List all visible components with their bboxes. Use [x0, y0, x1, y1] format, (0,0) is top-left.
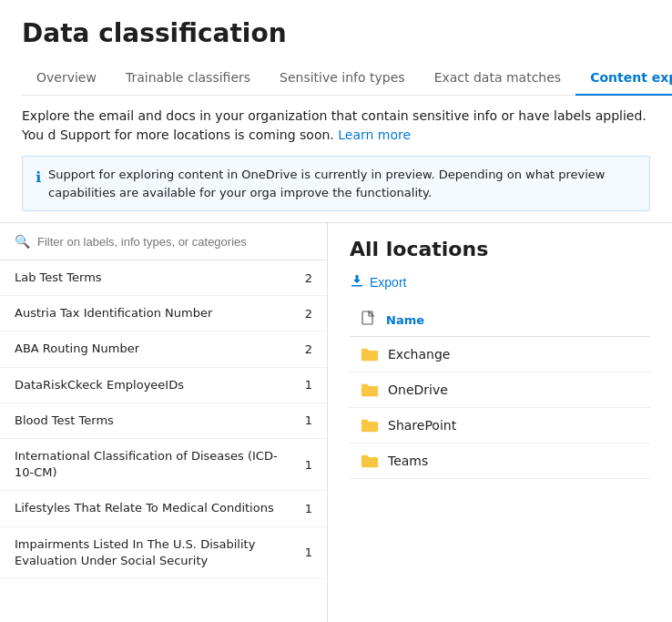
tab-exact-data-matches[interactable]: Exact data matches	[420, 63, 576, 96]
list-item[interactable]: Lifestyles That Relate To Medical Condit…	[0, 491, 327, 526]
nav-tabs: Overview Trainable classifiers Sensitive…	[22, 63, 650, 96]
list-item[interactable]: Lab Test Terms 2	[0, 260, 327, 296]
list-item-label: Impairments Listed In The U.S. Disabilit…	[15, 536, 294, 569]
list-item-label: ABA Routing Number	[15, 341, 294, 357]
right-panel: All locations Export Name Exchange	[328, 223, 672, 622]
list-item[interactable]: Austria Tax Identification Number 2	[0, 296, 327, 331]
main-content: 🔍 Lab Test Terms 2 Austria Tax Identific…	[0, 222, 672, 622]
list-item-label: International Classification of Diseases…	[15, 448, 294, 481]
filter-input[interactable]	[37, 235, 312, 249]
list-item-count: 2	[305, 271, 312, 285]
list-item[interactable]: International Classification of Diseases…	[0, 439, 327, 491]
export-label: Export	[370, 275, 406, 290]
description-area: Explore the email and docs in your organ…	[0, 96, 672, 145]
list-item[interactable]: Blood Test Terms 1	[0, 403, 327, 439]
tab-content-explorer[interactable]: Content explorer	[575, 63, 672, 96]
banner-text: Support for exploring content in OneDriv…	[48, 166, 636, 201]
list-item-label: Lifestyles That Relate To Medical Condit…	[15, 500, 294, 516]
tab-sensitive-info-types[interactable]: Sensitive info types	[265, 63, 420, 96]
learn-more-link[interactable]: Learn more	[338, 127, 411, 142]
location-name: Teams	[388, 454, 428, 468]
location-row-sharepoint[interactable]: SharePoint	[350, 408, 650, 444]
all-locations-title: All locations	[350, 238, 650, 260]
folder-icon	[361, 382, 379, 398]
list-item-label: Blood Test Terms	[15, 413, 294, 429]
file-column-icon	[361, 311, 377, 329]
list-item-count: 1	[305, 413, 312, 427]
folder-icon	[361, 417, 379, 433]
description-text: Explore the email and docs in your organ…	[22, 108, 647, 142]
list-item[interactable]: ABA Routing Number 2	[0, 331, 327, 367]
folder-icon	[361, 346, 379, 362]
location-row-exchange[interactable]: Exchange	[350, 337, 650, 372]
list-item-count: 1	[305, 458, 312, 472]
list-area: Lab Test Terms 2 Austria Tax Identificat…	[0, 260, 327, 622]
folder-icon	[361, 453, 379, 469]
tab-overview[interactable]: Overview	[22, 63, 111, 96]
list-item-count: 1	[305, 502, 312, 515]
list-item-count: 2	[305, 342, 312, 356]
left-panel: 🔍 Lab Test Terms 2 Austria Tax Identific…	[0, 223, 328, 622]
tab-trainable-classifiers[interactable]: Trainable classifiers	[111, 63, 265, 96]
export-icon	[350, 273, 364, 291]
list-item[interactable]: DataRiskCkeck EmployeeIDs 1	[0, 368, 327, 403]
list-item-label: Lab Test Terms	[15, 270, 294, 286]
locations-header: Name	[350, 305, 650, 337]
location-name: SharePoint	[388, 418, 456, 433]
list-item-label: DataRiskCkeck EmployeeIDs	[15, 377, 294, 393]
location-row-onedrive[interactable]: OneDrive	[350, 372, 650, 408]
location-name: OneDrive	[388, 382, 448, 397]
list-item[interactable]: Impairments Listed In The U.S. Disabilit…	[0, 527, 327, 579]
location-name: Exchange	[388, 347, 450, 362]
info-banner: ℹ Support for exploring content in OneDr…	[22, 156, 650, 211]
page-title: Data classification	[22, 18, 650, 48]
list-item-count: 1	[305, 546, 312, 559]
list-item-label: Austria Tax Identification Number	[15, 305, 294, 321]
page-header: Data classification Overview Trainable c…	[0, 0, 672, 96]
filter-bar[interactable]: 🔍	[0, 223, 327, 260]
list-item-count: 2	[305, 307, 312, 321]
search-icon: 🔍	[15, 234, 30, 249]
location-row-teams[interactable]: Teams	[350, 444, 650, 479]
export-button[interactable]: Export	[350, 273, 406, 291]
info-icon: ℹ	[36, 167, 41, 189]
name-column-header: Name	[386, 313, 424, 327]
list-item-count: 1	[305, 378, 312, 392]
